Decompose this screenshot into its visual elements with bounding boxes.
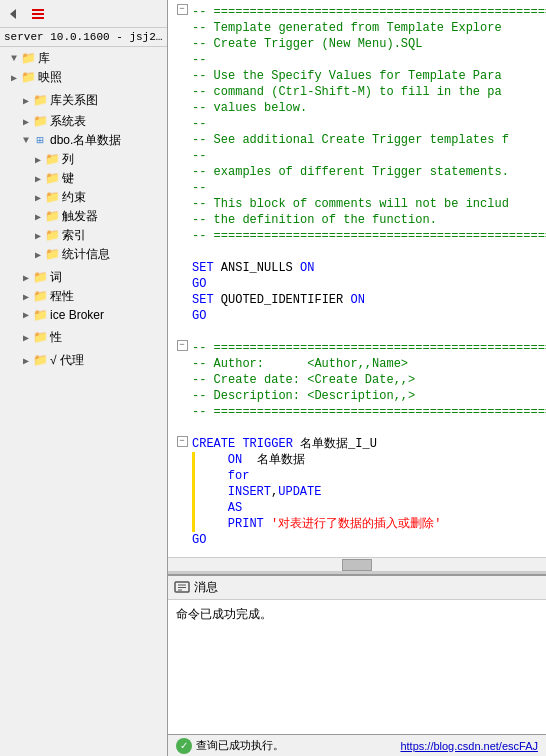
expand-keys[interactable]: ▶	[32, 173, 44, 185]
expand-triggers[interactable]: ▶	[32, 211, 44, 223]
code-text: -- Description: <Description,,>	[192, 388, 538, 404]
yellow-bar	[192, 516, 195, 532]
code-text: -- values below.	[192, 100, 538, 116]
line-marker	[176, 500, 190, 516]
line-marker	[176, 468, 190, 484]
properties-icon[interactable]	[28, 4, 48, 24]
message-header: 消息	[168, 576, 546, 600]
folder-icon-views: 📁	[32, 270, 48, 286]
editor-scroll[interactable]: − -- ===================================…	[168, 0, 546, 557]
expand-agent[interactable]: ▶	[20, 355, 32, 367]
expand-columns[interactable]: ▶	[32, 154, 44, 166]
code-line: -- command (Ctrl-Shift-M) to fill in the…	[176, 84, 538, 100]
sidebar-item-dbrelations[interactable]: ▶ 📁 库关系图	[0, 91, 167, 110]
code-text: -- Author: <Author,,Name>	[192, 356, 538, 372]
message-panel: 消息 命令已成功完成。	[168, 574, 546, 734]
code-text: --	[192, 52, 538, 68]
status-url[interactable]: https://blog.csdn.net/escFAJ	[400, 740, 538, 752]
code-text: --	[192, 116, 538, 132]
expand-mappings[interactable]: ▶	[8, 72, 20, 84]
code-line: -- Create Trigger (New Menu).SQL	[176, 36, 538, 52]
sidebar-item-agent[interactable]: ▶ 📁 √ 代理	[0, 351, 167, 370]
code-text: ON 名单数据	[199, 452, 538, 468]
expand-procedures[interactable]: ▶	[20, 291, 32, 303]
collapse-box-2[interactable]: −	[177, 340, 188, 351]
sidebar-item-indexes[interactable]: ▶ 📁 索引	[0, 226, 167, 245]
procedures-label: 程性	[50, 288, 74, 305]
sidebar-item-statistics[interactable]: ▶ 📁 统计信息	[0, 245, 167, 264]
code-text: -- =====================================…	[192, 404, 546, 420]
code-line: -- the definition of the function.	[176, 212, 538, 228]
expand-broker[interactable]: ▶	[20, 309, 32, 321]
sidebar: server 10.0.1600 - jsj20651\A ▼ 📁 库 ▶ 📁 …	[0, 0, 168, 756]
expand-views[interactable]: ▶	[20, 272, 32, 284]
folder-icon: 📁	[20, 51, 36, 67]
code-text: -- See additional Create Trigger templat…	[192, 132, 538, 148]
columns-label: 列	[62, 151, 74, 168]
folder-icon-keys: 📁	[44, 171, 60, 187]
agent-label: √ 代理	[50, 352, 84, 369]
folder-icon-mappings: 📁	[20, 70, 36, 86]
systables-label: 系统表	[50, 113, 86, 130]
sidebar-item-triggers[interactable]: ▶ 📁 触发器	[0, 207, 167, 226]
code-text	[192, 324, 538, 340]
back-icon[interactable]	[4, 4, 24, 24]
code-text: CREATE TRIGGER 名单数据_I_U	[192, 436, 538, 452]
sidebar-item-keys[interactable]: ▶ 📁 键	[0, 169, 167, 188]
create-trigger-line: − CREATE TRIGGER 名单数据_I_U	[176, 436, 538, 452]
triggers-label: 触发器	[62, 208, 98, 225]
sidebar-item-mappings[interactable]: ▶ 📁 映照	[0, 68, 167, 87]
expand-mingdan[interactable]: ▼	[20, 135, 32, 146]
folder-icon-triggers: 📁	[44, 209, 60, 225]
message-content: 命令已成功完成。	[168, 600, 546, 734]
sidebar-item-broker[interactable]: ▶ 📁 ice Broker	[0, 306, 167, 324]
sidebar-item-constraints[interactable]: ▶ 📁 约束	[0, 188, 167, 207]
expand-constraints[interactable]: ▶	[32, 192, 44, 204]
sidebar-item-mingdan[interactable]: ▼ ⊞ dbo.名单数据	[0, 131, 167, 150]
sidebar-item-properties[interactable]: ▶ 📁 性	[0, 328, 167, 347]
databases-label: 库	[38, 50, 50, 67]
folder-icon-procedures: 📁	[32, 289, 48, 305]
sidebar-item-databases[interactable]: ▼ 📁 库	[0, 49, 167, 68]
code-text: --	[192, 148, 538, 164]
code-line: --	[176, 148, 538, 164]
sidebar-item-procedures[interactable]: ▶ 📁 程性	[0, 287, 167, 306]
expand-properties[interactable]: ▶	[20, 332, 32, 344]
sidebar-item-views[interactable]: ▶ 📁 词	[0, 268, 167, 287]
code-text: -- Create Trigger (New Menu).SQL	[192, 36, 538, 52]
collapse-box-1[interactable]: −	[177, 4, 188, 15]
collapse-box-3[interactable]: −	[177, 436, 188, 447]
code-text: -- =====================================…	[192, 340, 546, 356]
code-text: -- Create date: <Create Date,,>	[192, 372, 538, 388]
folder-icon-statistics: 📁	[44, 247, 60, 263]
sidebar-item-columns[interactable]: ▶ 📁 列	[0, 150, 167, 169]
folder-icon-dbrelations: 📁	[32, 93, 48, 109]
indexes-label: 索引	[62, 227, 86, 244]
code-text	[192, 244, 538, 260]
line-marker	[176, 452, 190, 468]
code-line: -- values below.	[176, 100, 538, 116]
folder-icon-constraints: 📁	[44, 190, 60, 206]
line-marker	[176, 516, 190, 532]
code-text: -- This block of comments will not be in…	[192, 196, 538, 212]
code-text: -- =====================================…	[192, 4, 546, 20]
main-area: − -- ===================================…	[168, 0, 546, 756]
views-label: 词	[50, 269, 62, 286]
check-icon: ✓	[176, 738, 192, 754]
code-line: GO	[176, 276, 538, 292]
expand-systables[interactable]: ▶	[20, 116, 32, 128]
code-text: for	[199, 468, 538, 484]
expand-indexes[interactable]: ▶	[32, 230, 44, 242]
horizontal-scrollbar[interactable]	[168, 557, 546, 571]
expand-statistics[interactable]: ▶	[32, 249, 44, 261]
expand-dbrelations[interactable]: ▶	[20, 95, 32, 107]
mingdan-label: dbo.名单数据	[50, 132, 121, 149]
yellow-bar	[192, 468, 195, 484]
svg-rect-2	[32, 13, 44, 15]
folder-icon-columns: 📁	[44, 152, 60, 168]
expand-databases[interactable]: ▼	[8, 53, 20, 64]
editor-area: − -- ===================================…	[168, 0, 546, 574]
line-marker	[176, 484, 190, 500]
sidebar-item-systables[interactable]: ▶ 📁 系统表	[0, 112, 167, 131]
status-bar: ✓ 查询已成功执行。 https://blog.csdn.net/escFAJ	[168, 734, 546, 756]
